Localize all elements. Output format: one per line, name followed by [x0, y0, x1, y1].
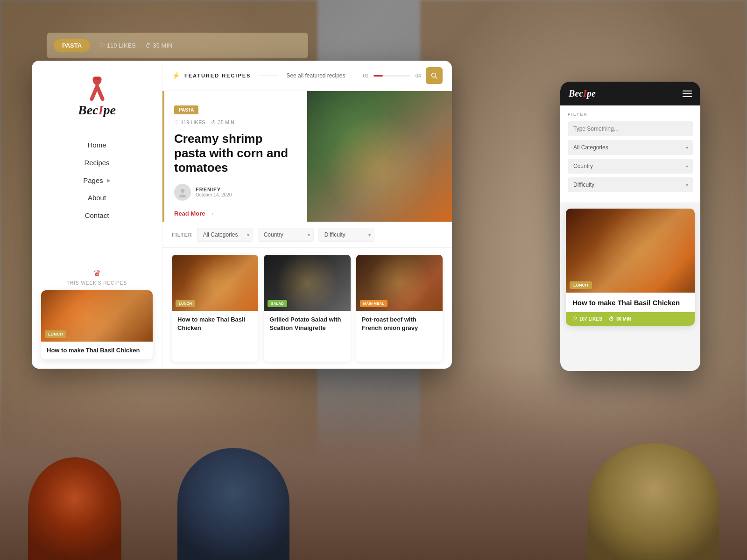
- bottom-food-1: [28, 457, 121, 560]
- featured-recipe-badge: PASTA: [174, 105, 198, 114]
- logo-text: BecIpe: [78, 103, 116, 118]
- nav-recipes[interactable]: Recipes: [32, 154, 162, 172]
- avatar-icon: [177, 187, 188, 197]
- featured-header: ⚡ FEATURED RECIPES See all featured reci…: [162, 61, 452, 91]
- mobile-window: BecIpe FILTER All Categories Country: [560, 82, 700, 371]
- search-icon: [431, 72, 437, 79]
- top-bar-blur: PASTA ♡ 119 LIKES ⏱ 35 MIN: [47, 33, 308, 58]
- nav-contact[interactable]: Contact: [32, 207, 162, 224]
- featured-title: FEATURED RECIPES: [184, 73, 251, 78]
- bottom-food-2: [177, 448, 289, 560]
- svg-point-0: [94, 77, 100, 80]
- read-more-link[interactable]: Read More →: [174, 210, 296, 217]
- mobile-filter-section: FILTER All Categories Country Difficulty: [560, 105, 700, 203]
- recipe-card-img-1: SALAD: [264, 255, 350, 311]
- heart-icon: ♡: [572, 316, 577, 322]
- mobile-search-input[interactable]: [568, 121, 693, 136]
- crown-icon: ♛: [93, 268, 101, 279]
- slider-nav: 01 04: [363, 73, 422, 78]
- hamburger-line-3: [683, 96, 692, 97]
- mobile-likes-stat: ♡ 107 LIKES: [572, 316, 602, 322]
- svg-point-4: [179, 195, 186, 197]
- slider-track[interactable]: [374, 75, 411, 77]
- recipe-card-2[interactable]: MAIN MEAL Pot-roast beef with French oni…: [356, 255, 443, 362]
- country-select[interactable]: Country: [258, 228, 314, 242]
- featured-card-text: PASTA ♡ 119 LIKES ⏱ 35 MIN Creamy shrimp…: [162, 91, 307, 222]
- country-select-wrap: Country: [258, 228, 314, 242]
- svg-line-2: [436, 77, 437, 79]
- mobile-card-badge: LUNCH: [570, 281, 592, 289]
- recipe-grid: LUNCH How to make Thai Basil Chicken SAL…: [162, 248, 452, 369]
- mobile-filter-label: FILTER: [568, 112, 693, 117]
- nav-about[interactable]: About: [32, 189, 162, 207]
- top-bar-likes: ♡ 119 LIKES: [99, 42, 136, 49]
- nav-home[interactable]: Home: [32, 136, 162, 154]
- card-badge-2: MAIN MEAL: [360, 300, 388, 307]
- recipe-card-img-2: MAIN MEAL: [356, 255, 443, 311]
- sidebar-recipe-img: LUNCH: [41, 290, 153, 342]
- arrow-right-icon: →: [208, 210, 214, 217]
- hamburger-menu[interactable]: [683, 91, 692, 97]
- author-row: FRENIFY October 14, 2020: [174, 184, 296, 201]
- author-avatar: [174, 184, 191, 201]
- recipe-time: ⏱ 35 MIN: [211, 119, 234, 125]
- hamburger-line-2: [683, 93, 692, 94]
- recipe-card-title-2: Pot-roast beef with French onion gravy: [356, 311, 443, 337]
- bottom-food-3: [588, 443, 719, 560]
- mobile-logo: BecIpe: [569, 88, 596, 99]
- mobile-recipe-img: LUNCH: [566, 209, 695, 293]
- featured-left-border: [162, 91, 164, 222]
- logo-svg: [81, 75, 113, 103]
- recipe-meta: ♡ 119 LIKES ⏱ 35 MIN: [174, 119, 296, 125]
- mobile-country-select[interactable]: Country: [568, 159, 693, 174]
- search-button[interactable]: [426, 67, 443, 84]
- logo-area: BecIpe: [78, 75, 116, 118]
- featured-recipe-title: Creamy shrimp pasta with corn and tomato…: [174, 132, 296, 175]
- featured-card: PASTA ♡ 119 LIKES ⏱ 35 MIN Creamy shrimp…: [162, 91, 452, 222]
- hamburger-line-1: [683, 91, 692, 91]
- sidebar: BecIpe Home Recipes Pages ▶ About Contac…: [32, 61, 162, 369]
- see-all-link[interactable]: See all featured recipes: [286, 72, 345, 79]
- mobile-recipe-title: How to make Thai Basil Chicken: [566, 293, 695, 312]
- this-week-label: THIS WEEK'S RECIPES: [67, 280, 127, 286]
- author-date: October 14, 2020: [196, 192, 232, 197]
- mobile-header: BecIpe: [560, 82, 700, 105]
- recipe-card-img-0: LUNCH: [172, 255, 258, 311]
- nav-pages[interactable]: Pages ▶: [32, 172, 162, 189]
- slider-end: 04: [416, 73, 421, 78]
- main-content: ⚡ FEATURED RECIPES See all featured reci…: [162, 61, 452, 369]
- desktop-window: BecIpe Home Recipes Pages ▶ About Contac…: [32, 61, 452, 369]
- sidebar-bottom: ♛ THIS WEEK'S RECIPES LUNCH How to make …: [32, 268, 162, 369]
- mobile-body: FILTER All Categories Country Difficulty: [560, 105, 700, 371]
- mobile-time-stat: ⏱ 30 MIN: [609, 316, 631, 322]
- author-name: FRENIFY: [196, 187, 232, 192]
- clock-icon: ⏱: [609, 316, 614, 322]
- categories-select-wrap: All Categories: [197, 228, 253, 242]
- sidebar-recipe-badge: LUNCH: [45, 330, 66, 338]
- sidebar-recipe-card[interactable]: LUNCH How to make Thai Basil Chicken: [41, 290, 153, 359]
- recipe-card-1[interactable]: SALAD Grilled Potato Salad with Scallion…: [264, 255, 350, 362]
- card-badge-1: SALAD: [268, 300, 287, 307]
- recipe-card-title-1: Grilled Potato Salad with Scallion Vinai…: [264, 311, 350, 337]
- lightning-icon: ⚡: [172, 72, 180, 79]
- recipe-card-title-0: How to make Thai Basil Chicken: [172, 311, 258, 337]
- mobile-recipe-card[interactable]: LUNCH How to make Thai Basil Chicken ♡ 1…: [566, 209, 695, 326]
- featured-card-image: [307, 91, 452, 222]
- filter-bar: FILTER All Categories Country Difficulty: [162, 222, 452, 248]
- mobile-categories-select[interactable]: All Categories: [568, 140, 693, 155]
- card-badge-0: LUNCH: [176, 300, 195, 307]
- sidebar-recipe-title: How to make Thai Basil Chicken: [41, 342, 153, 359]
- slider-start: 01: [363, 73, 369, 78]
- featured-divider: [259, 76, 278, 76]
- svg-point-3: [181, 189, 184, 193]
- mobile-time-value: 30 MIN: [616, 316, 631, 322]
- top-bar-time: ⏱ 35 MIN: [145, 42, 173, 49]
- difficulty-select[interactable]: Difficulty: [318, 228, 374, 242]
- mobile-difficulty-select[interactable]: Difficulty: [568, 177, 693, 192]
- difficulty-select-wrap: Difficulty: [318, 228, 374, 242]
- mobile-difficulty-select-wrap: Difficulty: [568, 177, 693, 192]
- nav-menu: Home Recipes Pages ▶ About Contact: [32, 136, 162, 224]
- slider-fill: [374, 75, 383, 77]
- categories-select[interactable]: All Categories: [197, 228, 253, 242]
- recipe-card-0[interactable]: LUNCH How to make Thai Basil Chicken: [172, 255, 258, 362]
